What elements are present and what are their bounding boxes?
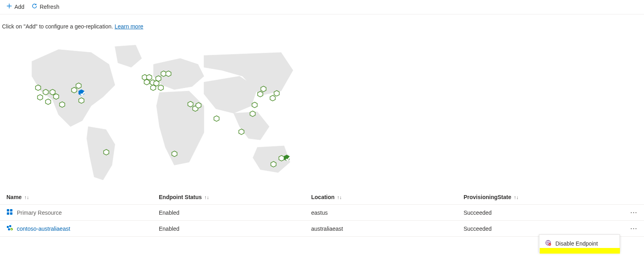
sort-icon: ↑↓ <box>514 195 518 200</box>
region-marker[interactable] <box>238 129 245 135</box>
region-marker[interactable] <box>43 89 49 95</box>
refresh-icon <box>32 3 37 10</box>
region-marker[interactable] <box>251 102 258 108</box>
svg-marker-2 <box>43 89 49 95</box>
region-marker[interactable] <box>59 101 65 108</box>
add-button-label: Add <box>14 4 24 10</box>
svg-marker-28 <box>250 111 255 117</box>
resource-icon <box>6 209 13 216</box>
svg-rect-38 <box>10 209 12 212</box>
command-bar: Add Refresh <box>0 0 644 14</box>
disable-endpoint-menu-item[interactable]: Disable Endpoint <box>539 236 620 237</box>
region-marker[interactable] <box>103 149 109 155</box>
table-header: Name↑↓ Endpoint Status↑↓ Location↑↓ Prov… <box>0 190 644 205</box>
region-marker[interactable] <box>249 111 256 117</box>
add-button[interactable]: Add <box>6 3 24 10</box>
sort-icon: ↑↓ <box>24 195 29 200</box>
row-endpoint-status: Enabled <box>159 226 311 232</box>
region-marker[interactable] <box>213 115 220 122</box>
svg-marker-5 <box>54 94 59 99</box>
svg-marker-11 <box>104 149 109 155</box>
col-provisioning-state[interactable]: ProvisioningState↑↓ <box>464 194 622 200</box>
col-location[interactable]: Location↑↓ <box>311 194 464 200</box>
svg-rect-40 <box>10 212 12 215</box>
row-endpoint-status: Enabled <box>159 210 311 216</box>
replications-table: Name↑↓ Endpoint Status↑↓ Location↑↓ Prov… <box>0 190 644 237</box>
svg-marker-34 <box>271 161 276 167</box>
region-marker[interactable] <box>75 83 82 89</box>
row-name[interactable]: contoso-australiaeast <box>17 226 70 232</box>
svg-marker-3 <box>45 99 51 105</box>
svg-rect-39 <box>7 212 9 215</box>
sort-icon: ↑↓ <box>337 195 342 200</box>
context-menu: Disable Endpoint <box>539 234 620 237</box>
svg-marker-8 <box>76 83 81 89</box>
svg-marker-33 <box>274 91 279 96</box>
svg-marker-26 <box>214 116 219 121</box>
resource-icon <box>6 225 13 232</box>
learn-more-link[interactable]: Learn more <box>115 23 144 30</box>
svg-rect-37 <box>7 209 9 212</box>
region-marker[interactable] <box>158 85 164 91</box>
refresh-button[interactable]: Refresh <box>32 3 59 10</box>
region-marker[interactable] <box>195 102 202 109</box>
svg-marker-19 <box>158 85 164 91</box>
region-marker[interactable] <box>53 93 59 100</box>
region-marker[interactable] <box>284 155 290 161</box>
table-row[interactable]: Primary ResourceEnabledeastusSucceeded··… <box>0 205 644 221</box>
svg-marker-31 <box>261 86 266 92</box>
svg-marker-25 <box>196 103 201 108</box>
col-name[interactable]: Name↑↓ <box>6 194 159 200</box>
row-location: eastus <box>311 210 464 216</box>
sort-icon: ↑↓ <box>204 195 209 200</box>
region-marker[interactable] <box>165 71 172 77</box>
svg-marker-27 <box>239 129 244 135</box>
svg-marker-10 <box>79 98 84 103</box>
svg-marker-29 <box>252 102 257 108</box>
svg-marker-1 <box>38 95 43 100</box>
region-marker[interactable] <box>260 86 267 92</box>
svg-marker-6 <box>60 102 65 107</box>
svg-marker-21 <box>166 71 171 77</box>
region-marker[interactable] <box>171 151 178 157</box>
svg-marker-0 <box>36 85 41 91</box>
row-more-button[interactable]: ··· <box>622 226 638 232</box>
row-more-button[interactable]: ··· <box>622 210 638 216</box>
region-marker[interactable] <box>270 161 277 167</box>
hint-text-content: Click on "Add" to configure a geo-replic… <box>2 23 115 30</box>
region-marker[interactable] <box>78 97 85 104</box>
region-marker[interactable] <box>45 99 51 105</box>
svg-marker-30 <box>258 91 263 97</box>
svg-rect-41 <box>7 226 9 228</box>
region-marker[interactable] <box>273 90 280 97</box>
hint-text: Click on "Add" to configure a geo-replic… <box>0 14 644 34</box>
plus-icon <box>6 3 12 10</box>
refresh-button-label: Refresh <box>40 4 59 10</box>
svg-marker-22 <box>172 151 177 157</box>
row-provisioning-state: Succeeded <box>464 210 622 216</box>
svg-rect-43 <box>8 228 10 230</box>
row-location: australiaeast <box>311 226 464 232</box>
row-name: Primary Resource <box>17 210 62 216</box>
world-map[interactable] <box>4 38 321 186</box>
col-endpoint-status[interactable]: Endpoint Status↑↓ <box>159 194 311 200</box>
svg-rect-42 <box>9 225 11 227</box>
region-marker[interactable] <box>35 85 41 91</box>
row-provisioning-state: Succeeded <box>464 226 622 232</box>
region-marker[interactable] <box>78 89 85 96</box>
